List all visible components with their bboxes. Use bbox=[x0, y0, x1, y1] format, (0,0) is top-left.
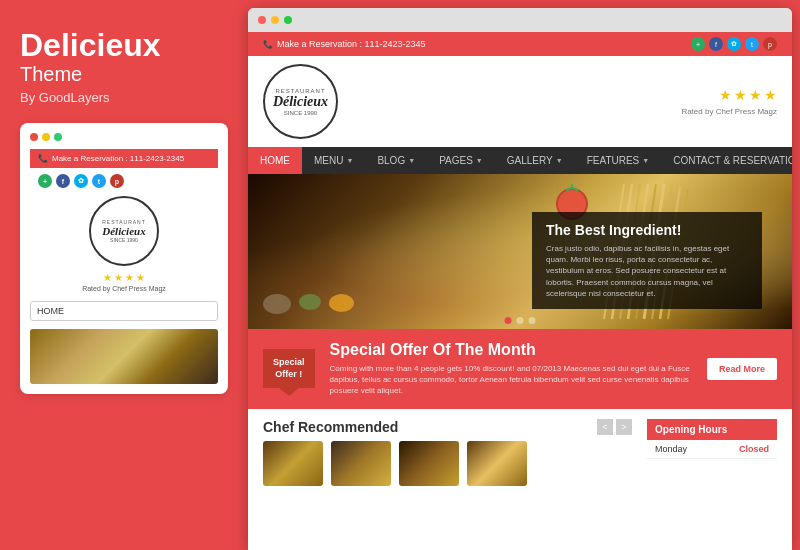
mobile-dot-red bbox=[30, 133, 38, 141]
chef-recommended-section: Chef Recommended < > bbox=[263, 419, 632, 540]
opening-hours-section: Opening Hours Monday Closed bbox=[647, 419, 777, 540]
mobile-window-dots bbox=[30, 133, 218, 141]
hero-dot-2[interactable] bbox=[517, 317, 524, 324]
site-logo-circle: RESTAURANT Délicieux SINCE 1990 bbox=[263, 64, 338, 139]
chef-nav-prev[interactable]: < bbox=[597, 419, 613, 435]
nav-item-features[interactable]: FEATURES ▼ bbox=[575, 147, 662, 174]
site-logo-area: RESTAURANT Délicieux SINCE 1990 bbox=[263, 64, 338, 139]
nav-item-menu[interactable]: MENU ▼ bbox=[302, 147, 365, 174]
left-panel: Delicieux Theme By GoodLayers 📞 Make a R… bbox=[0, 0, 248, 550]
special-tag-line1: Special bbox=[273, 357, 305, 369]
header-star-4: ★ bbox=[764, 87, 777, 103]
mobile-phone-text: Make a Reservation : 111-2423-2345 bbox=[52, 154, 184, 163]
hero-caption-text: Cras justo odio, dapibus ac facilisis in… bbox=[546, 243, 748, 299]
browser-content: 📞 Make a Reservation : 111-2423-2345 + f… bbox=[248, 32, 792, 550]
hero-caption: The Best Ingredient! Cras justo odio, da… bbox=[532, 212, 762, 309]
social-icon-pinterest[interactable]: p bbox=[110, 174, 124, 188]
mobile-stars: ★ ★ ★ ★ bbox=[30, 272, 218, 283]
chef-item-4[interactable] bbox=[467, 441, 527, 486]
hero-slider-dots bbox=[505, 317, 536, 324]
header-star-2: ★ bbox=[734, 87, 747, 103]
star-1: ★ bbox=[103, 272, 112, 283]
social-icon-facebook[interactable]: f bbox=[56, 174, 70, 188]
site-topbar: 📞 Make a Reservation : 111-2423-2345 + f… bbox=[248, 32, 792, 56]
mobile-food-image bbox=[30, 329, 218, 384]
star-3: ★ bbox=[125, 272, 134, 283]
social-icon-plus[interactable]: + bbox=[38, 174, 52, 188]
hero-caption-title: The Best Ingredient! bbox=[546, 222, 748, 238]
mobile-logo-name: Délicieux bbox=[102, 225, 145, 237]
site-topbar-right: + f ✿ t p bbox=[691, 37, 777, 51]
opening-hours-title: Opening Hours bbox=[647, 419, 777, 440]
chef-items-row bbox=[263, 441, 632, 486]
hero-dot-3[interactable] bbox=[529, 317, 536, 324]
header-star-3: ★ bbox=[749, 87, 762, 103]
nav-item-home[interactable]: HOME bbox=[248, 147, 302, 174]
site-header-right: ★ ★ ★ ★ Rated by Chef Press Magz bbox=[681, 87, 777, 116]
browser-window: 📞 Make a Reservation : 111-2423-2345 + f… bbox=[248, 8, 792, 550]
site-logo-since: SINCE 1990 bbox=[284, 110, 317, 116]
phone-icon: 📞 bbox=[38, 154, 48, 163]
special-offer-title: Special Offer Of The Month bbox=[330, 341, 692, 359]
topbar-phone-icon: 📞 bbox=[263, 40, 273, 49]
special-tag-line2: Offer ! bbox=[273, 369, 305, 381]
chef-recommended-header: Chef Recommended < > bbox=[263, 419, 632, 435]
topbar-phone-text: Make a Reservation : 111-2423-2345 bbox=[277, 39, 426, 49]
topbar-social-flickr[interactable]: ✿ bbox=[727, 37, 741, 51]
site-header: RESTAURANT Délicieux SINCE 1990 ★ ★ ★ ★ … bbox=[248, 56, 792, 147]
star-4: ★ bbox=[136, 272, 145, 283]
special-offer-tag: Special Offer ! bbox=[263, 349, 315, 388]
nav-item-contact[interactable]: CONTACT & RESERVATION bbox=[661, 147, 792, 174]
topbar-social-facebook[interactable]: f bbox=[709, 37, 723, 51]
site-hero-slider: The Best Ingredient! Cras justo odio, da… bbox=[248, 174, 792, 329]
nav-item-blog[interactable]: BLOG ▼ bbox=[365, 147, 427, 174]
star-2: ★ bbox=[114, 272, 123, 283]
mobile-topbar: 📞 Make a Reservation : 111-2423-2345 bbox=[30, 149, 218, 168]
opening-hours-row-monday: Monday Closed bbox=[647, 440, 777, 459]
mobile-social-icons: + f ✿ t p bbox=[30, 174, 218, 188]
chef-item-1[interactable] bbox=[263, 441, 323, 486]
site-nav: HOME MENU ▼ BLOG ▼ PAGES ▼ GALLERY ▼ FEA… bbox=[248, 147, 792, 174]
special-offer-bar: Special Offer ! Special Offer Of The Mon… bbox=[248, 329, 792, 409]
hero-spices bbox=[263, 294, 354, 314]
header-star-1: ★ bbox=[719, 87, 732, 103]
site-logo-name: Délicieux bbox=[273, 94, 328, 110]
mobile-preview-card: 📞 Make a Reservation : 111-2423-2345 + f… bbox=[20, 123, 228, 394]
browser-dot-green bbox=[284, 16, 292, 24]
site-bottom-section: Chef Recommended < > Opening Hours bbox=[248, 409, 792, 550]
theme-by: By GoodLayers bbox=[20, 90, 228, 105]
special-offer-text-area: Special Offer Of The Month Coming with m… bbox=[330, 341, 692, 397]
mobile-dot-green bbox=[54, 133, 62, 141]
nav-item-pages[interactable]: PAGES ▼ bbox=[427, 147, 495, 174]
social-icon-flickr[interactable]: ✿ bbox=[74, 174, 88, 188]
chef-item-2[interactable] bbox=[331, 441, 391, 486]
chef-recommended-title: Chef Recommended bbox=[263, 419, 398, 435]
site-topbar-left: 📞 Make a Reservation : 111-2423-2345 bbox=[263, 39, 426, 49]
topbar-social-plus[interactable]: + bbox=[691, 37, 705, 51]
site-rated-text: Rated by Chef Press Magz bbox=[681, 107, 777, 116]
hero-dot-1[interactable] bbox=[505, 317, 512, 324]
oh-day-monday: Monday bbox=[655, 444, 687, 454]
mobile-dot-yellow bbox=[42, 133, 50, 141]
mobile-logo-circle: RESTAURANT Délicieux SINCE 1990 bbox=[89, 196, 159, 266]
topbar-social-pinterest[interactable]: p bbox=[763, 37, 777, 51]
theme-title: Delicieux bbox=[20, 28, 228, 63]
special-offer-description: Coming with more than 4 people gets 10% … bbox=[330, 363, 692, 397]
site-header-stars: ★ ★ ★ ★ bbox=[719, 87, 777, 103]
topbar-social-twitter[interactable]: t bbox=[745, 37, 759, 51]
chef-nav-controls: < > bbox=[597, 419, 632, 435]
oh-status-monday: Closed bbox=[739, 444, 769, 454]
chef-item-3[interactable] bbox=[399, 441, 459, 486]
mobile-rated-text: Rated by Chef Press Magz bbox=[30, 285, 218, 292]
mobile-logo-area: RESTAURANT Délicieux SINCE 1990 bbox=[30, 196, 218, 266]
theme-subtitle: Theme bbox=[20, 63, 228, 86]
browser-dot-yellow bbox=[271, 16, 279, 24]
nav-item-gallery[interactable]: GALLERY ▼ bbox=[495, 147, 575, 174]
read-more-button[interactable]: Read More bbox=[707, 358, 777, 380]
mobile-logo-since: SINCE 1990 bbox=[110, 237, 138, 243]
social-icon-twitter[interactable]: t bbox=[92, 174, 106, 188]
browser-dot-red bbox=[258, 16, 266, 24]
chef-nav-next[interactable]: > bbox=[616, 419, 632, 435]
mobile-nav-select[interactable]: HOME bbox=[30, 301, 218, 321]
browser-titlebar bbox=[248, 8, 792, 32]
